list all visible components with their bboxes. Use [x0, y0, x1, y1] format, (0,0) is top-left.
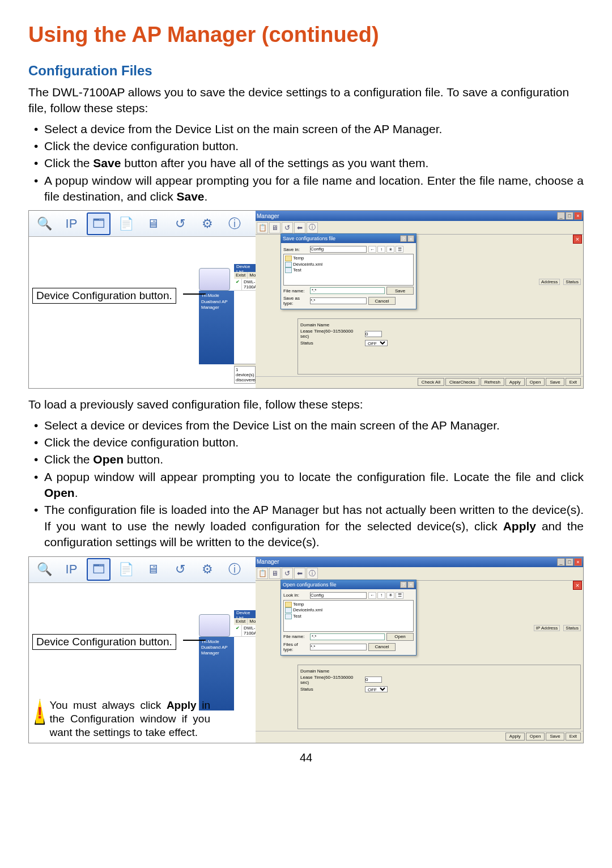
settings-icon[interactable]: ⚙ [196, 558, 219, 581]
exit-button[interactable]: Exit [566, 733, 581, 741]
cancel-button[interactable]: Cancel [368, 297, 396, 305]
checkall-button[interactable]: Check All [418, 378, 444, 386]
status-label: Status [300, 341, 363, 346]
back-icon[interactable]: ← [368, 592, 376, 599]
close-icon[interactable]: × [407, 581, 414, 588]
file-name-label: File name: [283, 634, 308, 639]
save-button[interactable]: Save [386, 287, 414, 295]
file-list[interactable]: Temp Deviceinfo.xml Test [283, 254, 414, 286]
save-button[interactable]: Save [546, 378, 564, 386]
status-label: Status [300, 687, 363, 692]
manager-title: Manager [257, 213, 279, 219]
maximize-icon[interactable]: □ [566, 558, 573, 566]
ap-device-image [199, 614, 230, 637]
close-icon[interactable]: × [574, 558, 582, 566]
apply-button[interactable]: Apply [505, 378, 525, 386]
tool-icon[interactable]: ⬅ [294, 568, 305, 579]
save-step: Select a device from the Device List on … [44, 121, 584, 137]
new-folder-icon[interactable]: ✳ [386, 592, 394, 599]
folder-item[interactable]: Temp [285, 602, 412, 608]
apply-button[interactable]: Apply [505, 733, 525, 741]
panel-close-icon[interactable]: × [573, 235, 582, 244]
file-item[interactable]: Test [285, 267, 412, 274]
web-icon[interactable]: 🖥 [141, 212, 165, 235]
files-type-select[interactable]: *.* [310, 644, 367, 650]
maximize-icon[interactable]: □ [566, 212, 573, 220]
exit-button[interactable]: Exit [566, 378, 581, 386]
save-in-label: Save in: [283, 247, 308, 252]
device-list-row[interactable]: ✔ DWL-7100AP 0000D88CA057C [234, 279, 256, 291]
info-icon[interactable]: ⓘ [223, 558, 246, 581]
view-icon[interactable]: ☰ [396, 592, 403, 599]
look-in-select[interactable]: Config [310, 592, 367, 599]
refresh-icon[interactable]: ↺ [168, 212, 192, 235]
close-icon[interactable]: × [407, 235, 414, 242]
tool-icon[interactable]: ↺ [282, 568, 293, 579]
clearchecks-button[interactable]: ClearChecks [445, 378, 479, 386]
device-config-button[interactable]: 🗔 [87, 558, 110, 581]
file-name-input[interactable]: *.* [310, 633, 385, 640]
settings-icon[interactable]: ⚙ [196, 212, 219, 235]
lease-input[interactable] [365, 331, 382, 337]
status-select[interactable]: OFF [365, 686, 388, 692]
tool-icon[interactable]: ↺ [282, 222, 293, 233]
tool-icon[interactable]: ⓘ [307, 222, 318, 233]
tool-icon[interactable]: ⬅ [294, 222, 305, 233]
file-item[interactable]: Test [285, 614, 412, 620]
save-step: A popup window will appear prompting you… [44, 173, 584, 205]
firmware-icon[interactable]: 📄 [114, 558, 138, 581]
open-dialog: Open configurations file ?× Look in: Con… [280, 580, 416, 656]
save-step: Click the device configuration button. [44, 138, 584, 154]
file-item[interactable]: Deviceinfo.xml [285, 262, 412, 268]
tool-icon[interactable]: 🖥 [269, 222, 280, 233]
col-status: Status [563, 279, 581, 285]
back-icon[interactable]: ← [368, 246, 376, 253]
search-icon[interactable]: 🔍 [32, 212, 56, 235]
file-item[interactable]: Deviceinfo.xml [285, 607, 412, 614]
window-buttons: _ □ × [557, 212, 582, 220]
callout-arrow [183, 293, 206, 295]
panel-close-icon[interactable]: × [573, 581, 582, 590]
save-steps-list: Select a device from the Device List on … [28, 121, 584, 205]
device-list-row[interactable]: ✔ DWL-7100AP 0000D88CA057 [234, 625, 256, 637]
view-icon[interactable]: ☰ [396, 246, 403, 253]
tool-icon[interactable]: 📋 [257, 222, 268, 233]
folder-item[interactable]: Temp [285, 256, 412, 262]
section-title: Configuration Files [28, 63, 584, 79]
cancel-button[interactable]: Cancel [368, 643, 396, 651]
col-ipaddress: IP Address [534, 625, 560, 631]
refresh-icon[interactable]: ↺ [168, 558, 192, 581]
save-type-select[interactable]: *.* [310, 297, 367, 304]
save-button[interactable]: Save [546, 733, 564, 741]
open-button[interactable]: Open [386, 633, 414, 641]
save-in-select[interactable]: Config [310, 246, 367, 253]
tool-icon[interactable]: 📋 [257, 568, 268, 579]
file-list[interactable]: Temp Deviceinfo.xml Test [283, 600, 414, 632]
refresh-button[interactable]: Refresh [481, 378, 504, 386]
tool-icon[interactable]: 🖥 [269, 568, 280, 579]
help-icon[interactable]: ? [400, 581, 407, 588]
callout-device-config: Device Configuration button. [32, 634, 176, 650]
web-icon[interactable]: 🖥 [141, 558, 165, 581]
new-folder-icon[interactable]: ✳ [386, 246, 394, 253]
search-icon[interactable]: 🔍 [32, 558, 56, 581]
ip-icon[interactable]: IP [60, 558, 83, 581]
lease-input[interactable] [365, 676, 382, 683]
status-select[interactable]: OFF [365, 340, 388, 346]
info-icon[interactable]: ⓘ [223, 212, 246, 235]
device-config-button[interactable]: 🗔 [87, 212, 110, 235]
file-name-input[interactable]: *.* [310, 287, 385, 294]
lease-label: Lease Time(60~31536000 sec) [300, 329, 363, 339]
open-button[interactable]: Open [526, 378, 545, 386]
minimize-icon[interactable]: _ [557, 558, 565, 566]
ip-icon[interactable]: IP [60, 212, 83, 235]
firmware-icon[interactable]: 📄 [114, 212, 138, 235]
tool-icon[interactable]: ⓘ [307, 568, 318, 579]
up-icon[interactable]: ↑ [377, 246, 385, 253]
open-button[interactable]: Open [526, 733, 545, 741]
save-dialog: Save configurations file ?× Save in: Con… [280, 233, 416, 309]
close-icon[interactable]: × [574, 212, 582, 220]
help-icon[interactable]: ? [400, 235, 407, 242]
minimize-icon[interactable]: _ [557, 212, 565, 220]
up-icon[interactable]: ↑ [377, 592, 385, 599]
